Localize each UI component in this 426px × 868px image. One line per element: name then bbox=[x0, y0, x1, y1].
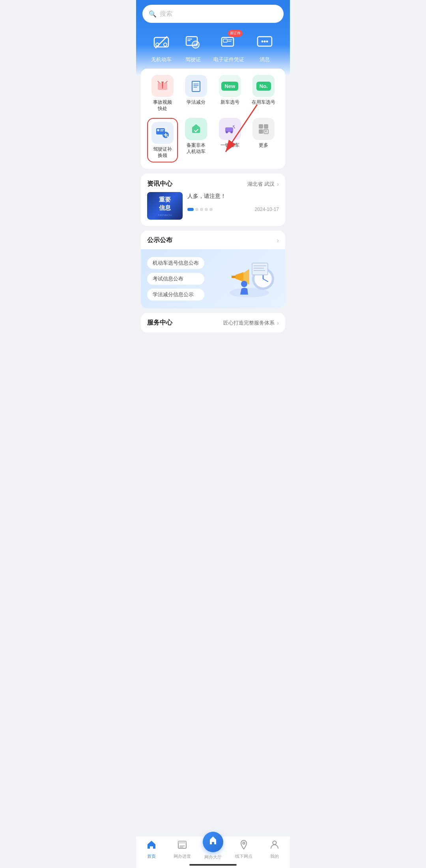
svg-point-40 bbox=[241, 281, 247, 287]
nav-item-xiaoxi[interactable]: 消息 bbox=[253, 31, 276, 63]
service-shigu[interactable]: 事故视频快处 bbox=[147, 75, 178, 112]
beian-icon bbox=[185, 118, 207, 140]
carousel-dots bbox=[187, 208, 213, 211]
zaiyong-label: 在用车选号 bbox=[252, 99, 275, 106]
public-link-2[interactable]: 考试信息公布 bbox=[147, 273, 204, 285]
public-title: 公示公布 bbox=[147, 236, 172, 245]
svg-rect-18 bbox=[192, 81, 200, 91]
dot-4 bbox=[205, 208, 208, 211]
svg-point-28 bbox=[226, 131, 228, 133]
new-cert-badge: 新证件 bbox=[228, 30, 243, 37]
news-title: 资讯中心 bbox=[147, 180, 172, 188]
xinche-icon: New bbox=[219, 75, 241, 97]
service-beian[interactable]: 备案非本人机动车 bbox=[181, 118, 212, 162]
zaiyong-icon: No. bbox=[252, 75, 275, 97]
yijian-icon bbox=[219, 118, 241, 140]
svg-point-2 bbox=[164, 43, 167, 46]
svg-rect-32 bbox=[259, 129, 263, 134]
search-bar[interactable]: 🔍 搜索 ☰ bbox=[142, 5, 284, 23]
beian-label: 备案非本人机动车 bbox=[187, 142, 206, 155]
dianzizhengjian-label: 电子证件凭证 bbox=[213, 56, 244, 63]
service-yijian[interactable]: 一键挪车 bbox=[215, 118, 245, 162]
illustration-svg bbox=[220, 257, 279, 301]
news-headline: 人多，请注意！ bbox=[187, 192, 279, 200]
public-banner: 机动车选号信息公布 考试信息公布 学法减分信息公示 bbox=[141, 249, 285, 308]
jiashizheng2-icon bbox=[151, 122, 174, 144]
svg-point-29 bbox=[230, 131, 233, 133]
wujidongche-icon bbox=[150, 31, 173, 54]
more-icon bbox=[252, 118, 275, 140]
services-row1: 事故视频快处 学法减分 bbox=[147, 75, 279, 112]
dot-2 bbox=[195, 208, 198, 211]
service-center-right: 匠心打造完整服务体系 › bbox=[223, 319, 279, 327]
svg-rect-9 bbox=[223, 39, 227, 42]
nav-item-jiashizheng[interactable]: 驾驶证 bbox=[182, 31, 205, 63]
nav-item-dianzizhengjian[interactable]: 新证件 电子证件凭证 bbox=[213, 31, 244, 63]
yijian-label: 一键挪车 bbox=[220, 142, 239, 149]
more-label: 更多 bbox=[259, 142, 268, 149]
service-xuefa[interactable]: 学法减分 bbox=[181, 75, 212, 112]
svg-rect-42 bbox=[252, 263, 268, 275]
xinche-label: 新车选号 bbox=[220, 99, 239, 106]
shigu-label: 事故视频快处 bbox=[153, 99, 172, 112]
service-more[interactable]: 更多 bbox=[248, 118, 279, 162]
jiashizheng-label: 驾驶证 bbox=[185, 56, 201, 63]
service-center-card: 服务中心 匠心打造完整服务体系 › bbox=[141, 313, 285, 332]
public-card: 公示公布 › 机动车选号信息公布 考试信息公布 学法减分信息公示 bbox=[141, 231, 285, 308]
service-zaiyong[interactable]: No. 在用车选号 bbox=[248, 75, 279, 112]
news-location: 湖北省 武汉 bbox=[247, 181, 275, 188]
news-chevron[interactable]: › bbox=[277, 181, 279, 188]
news-header: 资讯中心 湖北省 武汉 › bbox=[147, 180, 279, 188]
service-jiashizheng2[interactable]: 驾驶证补换领 bbox=[147, 118, 178, 162]
svg-point-13 bbox=[261, 41, 263, 43]
search-input[interactable]: 搜索 bbox=[160, 10, 266, 18]
svg-rect-30 bbox=[259, 124, 263, 129]
public-link-3[interactable]: 学法减分信息公示 bbox=[147, 289, 204, 301]
svg-point-17 bbox=[162, 88, 163, 89]
services-card: 事故视频快处 学法减分 bbox=[141, 69, 285, 169]
svg-point-23 bbox=[157, 129, 159, 131]
svg-rect-31 bbox=[264, 124, 268, 129]
service-center-chevron[interactable]: › bbox=[277, 319, 279, 327]
main-content: 事故视频快处 学法减分 bbox=[136, 69, 290, 332]
nav-item-wujidongche[interactable]: 无机动车 bbox=[150, 31, 173, 63]
wujidongche-label: 无机动车 bbox=[151, 56, 172, 63]
news-location-row: 湖北省 武汉 › bbox=[247, 181, 279, 188]
news-text-content: 人多，请注意！ 2024-10-17 bbox=[187, 192, 279, 212]
news-item: 重要信息 FAINBCH 人多，请注意！ 2024 bbox=[147, 192, 279, 220]
dot-5 bbox=[209, 208, 213, 211]
xuefa-label: 学法减分 bbox=[187, 99, 206, 106]
dot-3 bbox=[200, 208, 203, 211]
news-date: 2024-10-17 bbox=[255, 207, 279, 212]
public-link-1[interactable]: 机动车选号信息公布 bbox=[147, 257, 204, 269]
public-links: 机动车选号信息公布 考试信息公布 学法减分信息公示 bbox=[147, 257, 204, 301]
news-thumbnail: 重要信息 FAINBCH bbox=[147, 192, 183, 220]
shigu-icon bbox=[151, 75, 174, 97]
top-nav: 无机动车 驾驶证 bbox=[142, 31, 284, 63]
xuefa-icon bbox=[185, 75, 207, 97]
jiashizheng2-label: 驾驶证补换领 bbox=[153, 146, 172, 159]
dianzizhengjian-icon: 新证件 bbox=[217, 31, 240, 54]
svg-point-5 bbox=[166, 36, 168, 37]
svg-point-14 bbox=[263, 41, 265, 43]
public-illustration bbox=[220, 257, 279, 301]
service-center-title: 服务中心 bbox=[147, 319, 172, 327]
svg-point-15 bbox=[266, 41, 268, 43]
public-chevron[interactable]: › bbox=[277, 237, 279, 244]
jiashizheng-icon bbox=[182, 31, 205, 54]
services-row2: 驾驶证补换领 备案非本人机动车 bbox=[147, 118, 279, 162]
dot-1 bbox=[187, 208, 194, 211]
menu-icon[interactable]: ☰ bbox=[269, 9, 277, 19]
xiaoxi-label: 消息 bbox=[260, 56, 270, 63]
news-meta: 2024-10-17 bbox=[187, 207, 279, 212]
search-icon: 🔍 bbox=[149, 10, 157, 18]
news-card: 资讯中心 湖北省 武汉 › 重要信息 FAINBCH 人多，请注意！ bbox=[141, 174, 285, 226]
header-section: 🔍 搜索 ☰ 无机动车 bbox=[136, 0, 290, 75]
xiaoxi-icon bbox=[253, 31, 276, 54]
public-header: 公示公布 › bbox=[141, 231, 285, 249]
service-center-subtitle: 匠心打造完整服务体系 bbox=[223, 319, 275, 327]
service-xinche[interactable]: New 新车选号 bbox=[215, 75, 245, 112]
svg-point-4 bbox=[155, 47, 157, 49]
